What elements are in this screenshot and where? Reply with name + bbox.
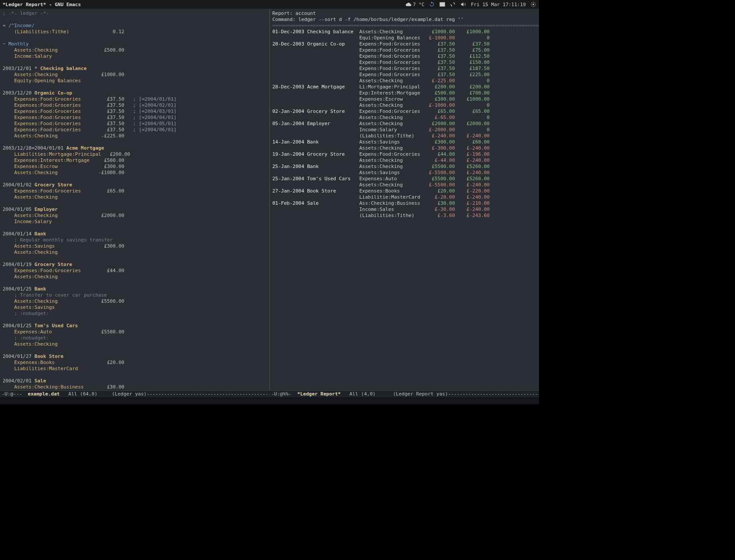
ledger-source-buffer[interactable]: ; -*- ledger -*- = /^Income/ (Liabilitie…	[0, 9, 270, 390]
modeline-mode: (Ledger Report yas)	[393, 391, 448, 397]
modeline-flags: -U:@---	[2, 391, 28, 397]
mail-icon[interactable]	[439, 1, 445, 7]
modeline-fill: ----------------------------------------…	[448, 391, 539, 397]
weather-indicator[interactable]: 7 °C	[406, 1, 425, 7]
modeline-buffer-name: *Ledger Report*	[298, 391, 341, 397]
modeline-mode: (Ledger yas)	[112, 391, 147, 397]
modeline-left[interactable]: -U:@--- example.dat All (64,0) (Ledger y…	[0, 390, 270, 397]
clock-text[interactable]: Fri 15 Mar 17:11:19	[471, 2, 526, 7]
os-top-bar: *Ledger Report* - GNU Emacs 7 °C Fri 15 …	[0, 0, 539, 9]
modeline-position: All (4,0)	[341, 391, 393, 397]
modeline-position: All (64,0)	[60, 391, 112, 397]
ledger-report-buffer[interactable]: Report: account Command: ledger --sort d…	[270, 9, 539, 390]
system-menu-icon[interactable]	[530, 1, 536, 7]
window-title: *Ledger Report* - GNU Emacs	[3, 2, 81, 7]
modeline-buffer-name: example.dat	[28, 391, 60, 397]
refresh-icon[interactable]	[429, 1, 435, 7]
volume-icon[interactable]	[460, 1, 466, 7]
modeline-flags: -U:@%%-	[271, 391, 298, 397]
modeline-right[interactable]: -U:@%%- *Ledger Report* All (4,0) (Ledge…	[270, 390, 539, 397]
weather-text: 7 °C	[413, 2, 425, 7]
editor-workspace: ; -*- ledger -*- = /^Income/ (Liabilitie…	[0, 9, 539, 390]
modeline-row: -U:@--- example.dat All (64,0) (Ledger y…	[0, 390, 539, 397]
modeline-fill: ----------------------------------------…	[147, 391, 270, 397]
network-icon[interactable]	[450, 1, 456, 7]
minibuffer[interactable]	[0, 397, 539, 404]
cloud-icon	[406, 1, 412, 7]
svg-point-0	[532, 4, 534, 5]
